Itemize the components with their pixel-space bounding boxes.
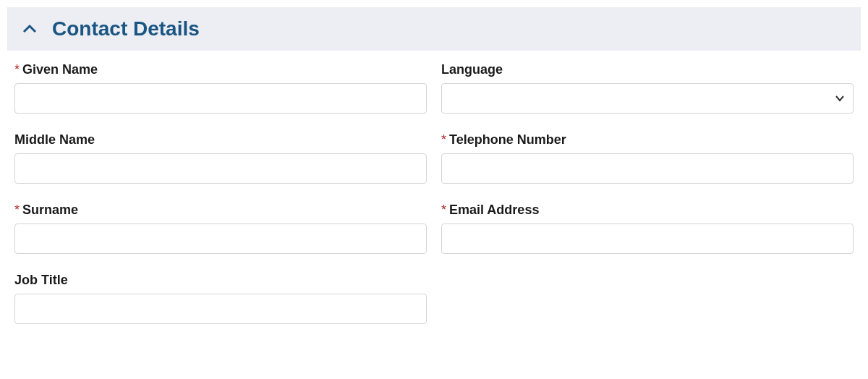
middle-name-label-text: Middle Name bbox=[14, 132, 95, 147]
job-title-input[interactable] bbox=[14, 294, 427, 324]
telephone-label: *Telephone Number bbox=[441, 132, 854, 148]
given-name-label-text: Given Name bbox=[22, 62, 98, 77]
section-title: Contact Details bbox=[52, 17, 200, 41]
email-label: *Email Address bbox=[441, 203, 854, 218]
email-label-text: Email Address bbox=[449, 203, 539, 217]
contact-details-form: *Given Name Language Middle Name *Teleph… bbox=[7, 51, 861, 324]
telephone-input[interactable] bbox=[441, 153, 854, 184]
middle-name-input[interactable] bbox=[14, 153, 427, 184]
middle-name-field: Middle Name bbox=[14, 132, 427, 184]
surname-field: *Surname bbox=[14, 203, 427, 254]
job-title-label-text: Job Title bbox=[14, 273, 68, 287]
language-label-text: Language bbox=[441, 62, 503, 77]
telephone-label-text: Telephone Number bbox=[449, 132, 566, 147]
language-select-wrapper bbox=[441, 83, 854, 114]
given-name-label: *Given Name bbox=[14, 62, 427, 77]
required-mark: * bbox=[441, 132, 446, 147]
telephone-field: *Telephone Number bbox=[441, 132, 854, 184]
required-mark: * bbox=[14, 62, 20, 77]
section-header[interactable]: Contact Details bbox=[7, 7, 861, 51]
middle-name-label: Middle Name bbox=[14, 132, 427, 148]
surname-label: *Surname bbox=[14, 203, 427, 218]
email-field: *Email Address bbox=[441, 203, 854, 254]
language-select[interactable] bbox=[441, 83, 854, 114]
given-name-input[interactable] bbox=[14, 83, 427, 114]
given-name-field: *Given Name bbox=[14, 62, 427, 114]
language-field: Language bbox=[441, 62, 854, 114]
email-input[interactable] bbox=[441, 223, 854, 254]
job-title-label: Job Title bbox=[14, 273, 427, 288]
surname-input[interactable] bbox=[14, 223, 427, 254]
required-mark: * bbox=[14, 203, 20, 217]
language-label: Language bbox=[441, 62, 854, 77]
chevron-up-icon bbox=[22, 21, 38, 37]
required-mark: * bbox=[441, 203, 446, 217]
job-title-field: Job Title bbox=[14, 273, 427, 324]
surname-label-text: Surname bbox=[22, 203, 78, 217]
